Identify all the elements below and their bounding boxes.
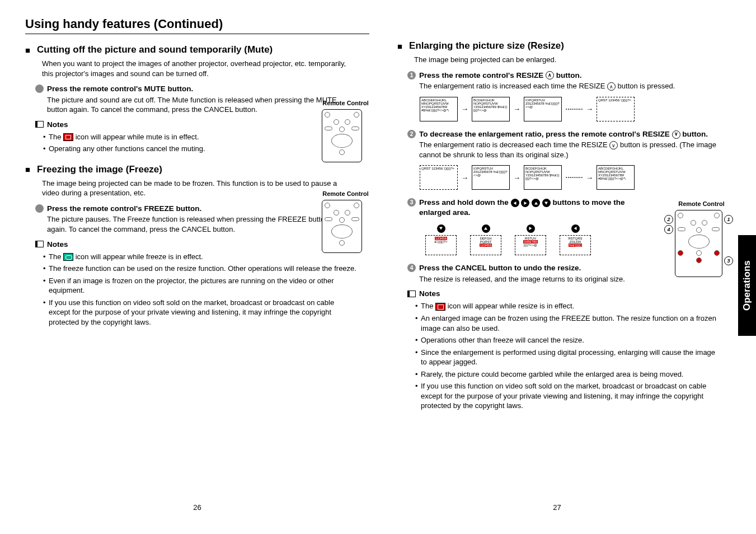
step-number-3: 3 — [407, 198, 416, 207]
resize-step3-title: Press and hold down the buttons to move … — [419, 198, 632, 217]
mute-icon — [63, 133, 73, 141]
resize-note-4: Since the enlargement is performed using… — [415, 348, 722, 367]
step-bullet-icon — [35, 204, 44, 213]
mute-step-text: The picture and sound are cut off. The M… — [47, 95, 349, 115]
freeze-intro: The image being projected can be made to… — [42, 179, 350, 198]
resize-intro: The image being projected can be enlarge… — [414, 55, 722, 65]
nav-down-icon — [437, 224, 445, 233]
main-title: Using handy features (Continued) — [25, 17, 369, 34]
page-number-left: 26 — [193, 503, 201, 512]
page-number-right: 27 — [553, 503, 561, 512]
callout-3: 3 — [724, 256, 733, 265]
freeze-note-2: The freeze function can be used on the r… — [43, 264, 356, 274]
nav-right-icon — [521, 199, 529, 207]
resize-down-icon: ∨ — [609, 141, 618, 149]
section-mute-title: Cutting off the picture and sound tempor… — [25, 44, 369, 55]
freeze-note-3: Even if an image is frozen on the projec… — [43, 276, 356, 296]
resize-step1-title: Press the remote control's RESIZE ∧ butt… — [419, 71, 721, 81]
mute-note-2: Operating any other functions cancel the… — [43, 144, 356, 154]
mute-note-1: The icon will appear while mute is in ef… — [43, 132, 356, 142]
resize-step1-text: The enlargement ratio is increased each … — [419, 81, 721, 91]
nav-down-icon — [542, 199, 551, 207]
callout-1: 1 — [724, 215, 733, 224]
resize-note-6: If you use this function on video soft s… — [415, 381, 722, 411]
resize-note-3: Operations other than freeze will cancel… — [415, 335, 722, 345]
step-number-2: 2 — [407, 130, 416, 138]
mute-step-title: Press the remote control's MUTE button. — [47, 84, 349, 94]
freeze-note-4: If you use this function on video soft s… — [43, 298, 356, 327]
resize-step2-title: To decrease the enlargement ratio, press… — [419, 129, 721, 139]
remote-diagram-3: Remote Control 1 2 4 3 — [675, 200, 728, 277]
resize-note-5: Rarely, the picture could become garbled… — [415, 369, 722, 380]
section-freeze-title: Freezing the image (Freeze) — [25, 164, 369, 175]
remote-diagram-2: Remote Control — [322, 190, 369, 253]
nav-up-icon — [482, 224, 490, 233]
remote-diagram-1: Remote Control — [322, 100, 369, 162]
freeze-icon — [63, 253, 73, 261]
nav-left-icon — [571, 224, 580, 233]
resize-step2-text: The enlargement ratio is decreased each … — [419, 140, 721, 160]
freeze-note-1: The icon will appear while freeze is in … — [43, 252, 356, 262]
nav-left-icon — [511, 199, 519, 207]
nav-up-icon — [532, 199, 540, 207]
resize-up-icon: ∧ — [607, 82, 616, 91]
notes-heading: Notes — [35, 120, 369, 129]
notes-heading: Notes — [35, 240, 369, 249]
step-bullet-icon — [35, 85, 44, 93]
step-number-1: 1 — [407, 71, 416, 79]
step-number-4: 4 — [407, 264, 416, 272]
resize-note-2: An enlarged image can be frozen using th… — [415, 313, 722, 333]
freeze-step-title: Press the remote control's FREEZE button… — [47, 204, 349, 214]
section-resize-title: Enlarging the picture size (Resize) — [397, 40, 722, 51]
notes-heading: Notes — [407, 289, 722, 298]
resize-note-1: The icon will appear while resize is in … — [415, 301, 722, 311]
resize-down-icon: ∨ — [672, 130, 680, 139]
freeze-step-text: The picture pauses. The Freeze function … — [47, 214, 349, 234]
resize-up-icon: ∧ — [546, 71, 554, 79]
mute-intro: When you want to project the images of a… — [42, 59, 350, 78]
side-tab-operations: Operations — [738, 235, 756, 336]
shrink-diagram: QRST 123456 '()[]{}?< → IOPQRSTUV Z01234… — [420, 165, 722, 190]
nav-right-icon — [527, 224, 535, 233]
resize-icon — [435, 303, 445, 311]
enlarge-diagram: ABCDEFGHIJKL MNOPQRSTUVW XYZ0123456789! … — [420, 97, 722, 121]
